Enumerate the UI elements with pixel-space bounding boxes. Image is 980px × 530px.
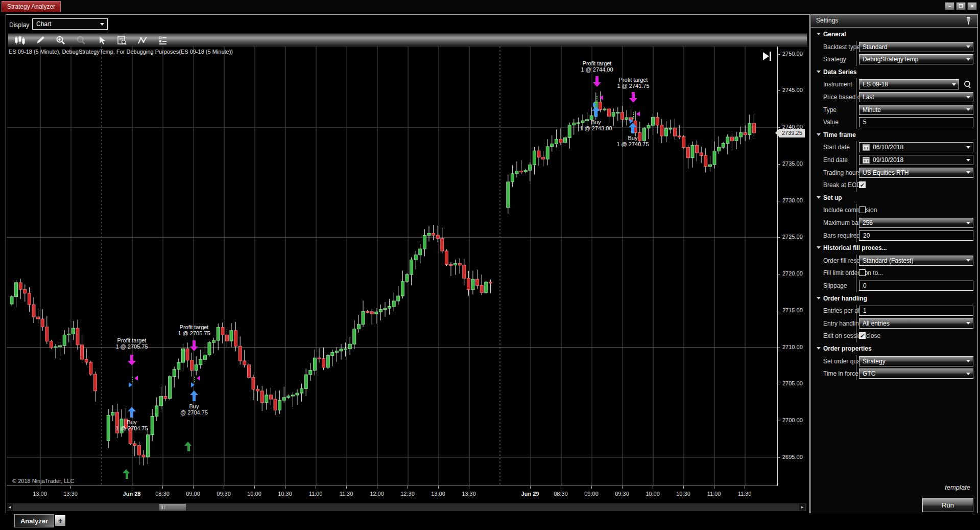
setting-label: Backtest type: [823, 43, 860, 51]
time-tick: [316, 486, 316, 489]
candlestick-plot[interactable]: [7, 47, 778, 486]
close-button[interactable]: ✕: [967, 2, 977, 10]
price-tick: [778, 384, 780, 384]
template-link[interactable]: template: [945, 483, 970, 491]
pin-icon[interactable]: [966, 17, 971, 25]
chevron-down-icon: [966, 45, 970, 48]
chevron-down-icon: [966, 58, 970, 61]
time-axis-label: 11:30: [729, 491, 760, 497]
text-input[interactable]: 0: [859, 281, 973, 291]
time-axis-label: 12:30: [392, 491, 423, 497]
dropdown[interactable]: ES 09-18: [859, 79, 959, 89]
dropdown[interactable]: GTC: [859, 368, 973, 379]
collapse-triangle-icon[interactable]: [817, 347, 821, 350]
settings-section-order-handling[interactable]: Order handling: [811, 292, 977, 305]
chart-trader-icon[interactable]: [156, 35, 170, 45]
zoom-in-icon[interactable]: [54, 35, 67, 45]
price-tick: [778, 274, 780, 274]
chevron-down-icon: [966, 159, 970, 162]
time-axis-label: 11:00: [300, 491, 331, 497]
chevron-down-icon: [966, 222, 970, 224]
price-axis-label: 2710.00: [782, 344, 803, 350]
setting-label: Fill limit orders on to...: [823, 269, 883, 276]
horizontal-scrollbar[interactable]: ◄ ►: [7, 503, 806, 511]
time-axis-label: Jun 28: [116, 491, 147, 497]
dropdown[interactable]: Last: [859, 92, 973, 102]
text-input[interactable]: 20: [859, 231, 973, 241]
price-axis-label: 2715.00: [782, 307, 803, 313]
dropdown[interactable]: Strategy: [859, 356, 973, 366]
settings-header[interactable]: Settings: [811, 15, 977, 28]
settings-section-time-frame[interactable]: Time frame: [811, 129, 977, 142]
setting-label: Type: [823, 106, 836, 113]
checkbox[interactable]: ✔: [859, 332, 866, 339]
skip-to-end-icon[interactable]: [763, 52, 774, 61]
settings-section-historical-fill-proces-[interactable]: Historical fill proces...: [811, 242, 977, 255]
draw-icon[interactable]: [34, 35, 47, 45]
setting-label: Strategy: [823, 56, 846, 63]
setting-label: Include commission: [823, 206, 877, 214]
settings-section-data-series[interactable]: Data Series: [811, 66, 977, 79]
collapse-triangle-icon[interactable]: [817, 33, 821, 35]
data-box-icon[interactable]: [115, 35, 129, 45]
settings-row-start-date: Start date06/10/2018: [811, 141, 977, 154]
section-title: Historical fill proces...: [823, 244, 887, 251]
settings-section-general[interactable]: General: [811, 28, 977, 41]
chart-style-icon[interactable]: [13, 35, 27, 45]
cursor-icon[interactable]: [95, 35, 108, 45]
scroll-right-button[interactable]: ►: [799, 504, 805, 511]
time-tick: [469, 486, 469, 489]
scroll-left-button[interactable]: ◄: [7, 504, 13, 511]
time-tick: [162, 486, 163, 489]
checkbox[interactable]: ✔: [859, 181, 866, 188]
price-tick: [778, 127, 780, 128]
checkbox[interactable]: [859, 269, 866, 276]
run-button[interactable]: Run: [922, 498, 973, 512]
collapse-triangle-icon[interactable]: [817, 196, 821, 199]
collapse-triangle-icon[interactable]: [817, 133, 821, 136]
restore-button[interactable]: ❐: [956, 2, 966, 10]
setting-label: Trading hours: [823, 169, 861, 176]
time-axis-label: 13:30: [55, 491, 86, 497]
scrollbar-thumb[interactable]: [159, 504, 186, 511]
dropdown[interactable]: 256: [859, 218, 973, 228]
indicators-icon[interactable]: [136, 35, 149, 45]
settings-row-maximum-bars-look-: Maximum bars look...256: [811, 217, 977, 229]
time-tick: [285, 486, 285, 489]
settings-section-order-properties[interactable]: Order properties: [811, 342, 977, 355]
dropdown[interactable]: Minute: [859, 105, 973, 115]
instrument-search-icon[interactable]: [962, 79, 973, 89]
zoom-out-icon[interactable]: [75, 35, 88, 45]
add-tab-button[interactable]: +: [55, 515, 65, 526]
dropdown[interactable]: 09/10/2018: [859, 155, 973, 165]
chevron-down-icon: [966, 96, 970, 99]
dropdown[interactable]: Standard: [859, 42, 973, 52]
settings-row-set-order-quantity: Set order quantityStrategy: [811, 355, 977, 368]
collapse-triangle-icon[interactable]: [817, 297, 821, 299]
price-tick: [778, 164, 780, 165]
settings-row-backtest-type: Backtest typeStandard: [811, 41, 977, 54]
dropdown[interactable]: DebugStrategyTemp: [859, 54, 973, 64]
dropdown-value: DebugStrategyTemp: [863, 56, 918, 63]
dropdown[interactable]: Standard (Fastest): [859, 256, 973, 266]
dropdown[interactable]: All entries: [859, 318, 973, 329]
settings-row-bars-required-to-trade: Bars required to trade20: [811, 229, 977, 242]
settings-section-set-up[interactable]: Set up: [811, 192, 977, 204]
collapse-triangle-icon[interactable]: [817, 246, 821, 249]
chevron-down-icon: [966, 360, 970, 362]
text-input[interactable]: 5: [859, 117, 973, 127]
price-axis[interactable]: 2750.002745.002740.002735.002730.002725.…: [777, 47, 809, 486]
tab-analyzer[interactable]: Analyzer: [14, 514, 54, 527]
dropdown[interactable]: 06/10/2018: [859, 142, 973, 152]
dropdown[interactable]: US Equities RTH: [859, 168, 973, 178]
setting-label: Exit on session close: [823, 332, 880, 339]
display-dropdown[interactable]: Chart: [32, 18, 108, 30]
window-title-tab[interactable]: Strategy Analyzer: [2, 1, 61, 12]
display-label: Display: [9, 21, 29, 29]
time-tick: [714, 486, 714, 489]
settings-row-entries-per-direction: Entries per direction1: [811, 305, 977, 317]
checkbox[interactable]: [859, 206, 866, 213]
collapse-triangle-icon[interactable]: [817, 71, 821, 73]
minimize-button[interactable]: –: [945, 2, 954, 10]
text-input[interactable]: 1: [859, 306, 973, 316]
